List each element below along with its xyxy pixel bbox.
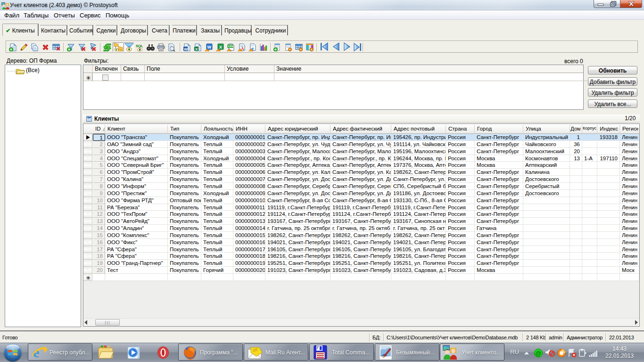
svg-text:X: X	[219, 45, 222, 49]
svg-text:W: W	[207, 45, 212, 49]
svg-text:CSV: CSV	[228, 45, 233, 48]
svg-text:W: W	[184, 47, 188, 51]
svg-text:@: @	[536, 350, 542, 357]
svg-text:SQL: SQL	[136, 44, 143, 48]
svg-text:X: X	[195, 47, 198, 51]
